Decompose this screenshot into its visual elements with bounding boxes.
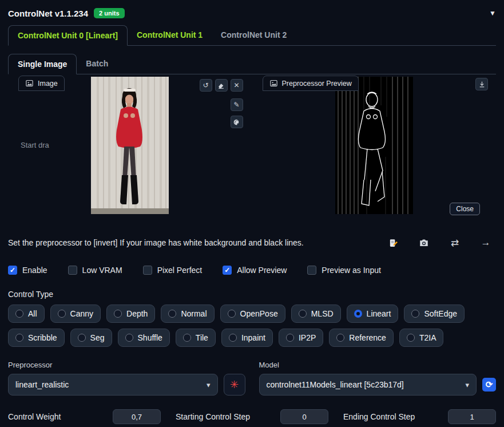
controlnet-header: ControlNet v1.1.234 2 units ▼	[8, 6, 496, 21]
tab-unit-0[interactable]: ControlNet Unit 0 [Lineart]	[8, 25, 128, 46]
options-row: Enable Low VRAM Pixel Perfect Allow Prev…	[8, 266, 496, 275]
radio-softedge[interactable]: SoftEdge	[404, 305, 465, 323]
radio-mlsd[interactable]: MLSD	[291, 305, 341, 323]
pencil-icon: ✎	[233, 101, 239, 109]
pixel-perfect-checkbox[interactable]: Pixel Perfect	[143, 266, 203, 275]
radio-label: SoftEdge	[424, 309, 457, 318]
download-preview-button[interactable]	[475, 78, 488, 90]
control-type-label: Control Type	[8, 290, 496, 299]
tab-batch[interactable]: Batch	[77, 54, 117, 74]
preprocessor-dropdown[interactable]: lineart_realistic ▾	[8, 374, 218, 396]
radio-label: IP2P	[299, 333, 316, 342]
color-sketch-button[interactable]	[231, 116, 243, 128]
ending-step-label: Ending Control Step	[343, 412, 415, 421]
radio-label: Tile	[196, 333, 208, 342]
run-preprocessor-button[interactable]: ✳	[224, 374, 245, 396]
radio-dot	[114, 310, 122, 318]
refresh-icon: ⟳	[486, 379, 493, 390]
starting-step-input[interactable]: 0	[280, 409, 328, 424]
preview-as-input-checkbox-box	[307, 266, 316, 275]
radio-reference[interactable]: Reference	[329, 329, 394, 347]
control-type-options: All Canny Depth Normal OpenPose MLSD Lin…	[8, 305, 496, 347]
radio-t2ia[interactable]: T2IA	[399, 329, 444, 347]
radio-lineart[interactable]: Lineart	[347, 305, 399, 323]
model-dropdown[interactable]: controlnet11Models_lineart [5c23b17d] ▾	[259, 374, 477, 396]
radio-seg[interactable]: Seg	[70, 329, 112, 347]
low-vram-checkbox[interactable]: Low VRAM	[68, 266, 122, 275]
start-drawing-hint: Start dra	[21, 141, 49, 149]
radio-normal[interactable]: Normal	[161, 305, 214, 323]
preprocessor-value: lineart_realistic	[15, 380, 69, 389]
image-toolbar: ↺ ✕	[200, 79, 243, 92]
send-dimensions-button[interactable]: →	[480, 237, 491, 248]
radio-label: Lineart	[367, 309, 391, 318]
preview-as-input-checkbox[interactable]: Preview as Input	[307, 266, 381, 275]
eraser-button[interactable]	[215, 79, 228, 92]
tab-unit-2[interactable]: ControlNet Unit 2	[212, 25, 296, 45]
radio-dot	[15, 310, 23, 318]
model-row: Preprocessor lineart_realistic ▾ ✳ Model…	[8, 361, 496, 396]
ending-step-input[interactable]: 1	[448, 409, 496, 424]
radio-label: Depth	[126, 309, 148, 318]
radio-dot	[336, 334, 344, 342]
undo-button[interactable]: ↺	[200, 79, 212, 92]
starting-step-label: Starting Control Step	[176, 412, 250, 421]
radio-label: Canny	[70, 309, 93, 318]
swap-icon: ⇄	[451, 237, 459, 249]
preview-pane-label-text: Preprocessor Preview	[282, 80, 352, 88]
swap-button[interactable]: ⇄	[449, 237, 461, 248]
clear-image-button[interactable]: ✕	[231, 79, 243, 92]
radio-canny[interactable]: Canny	[50, 305, 101, 323]
radio-tile[interactable]: Tile	[176, 329, 216, 347]
radio-shuffle[interactable]: Shuffle	[118, 329, 170, 347]
radio-dot	[354, 310, 362, 318]
edit-note-icon	[388, 238, 398, 248]
radio-dot	[168, 310, 176, 318]
model-col: Model controlnet11Models_lineart [5c23b1…	[259, 361, 497, 396]
radio-label: Seg	[90, 333, 105, 342]
ending-step-group: Ending Control Step 1	[343, 409, 496, 427]
webcam-button[interactable]	[418, 237, 430, 248]
preview-pane-label: Preprocessor Preview	[263, 76, 359, 91]
radio-depth[interactable]: Depth	[106, 305, 155, 323]
undo-icon: ↺	[203, 81, 208, 89]
radio-all[interactable]: All	[8, 305, 45, 323]
preprocessor-preview-pane: Preprocessor Preview	[252, 74, 497, 224]
edit-note-button[interactable]	[387, 237, 399, 248]
radio-dot	[299, 310, 307, 318]
low-vram-label: Low VRAM	[82, 266, 122, 275]
collapse-icon[interactable]: ▼	[489, 9, 496, 17]
tab-unit-1[interactable]: ControlNet Unit 1	[128, 25, 212, 45]
close-preview-button[interactable]: Close	[450, 203, 480, 215]
radio-inpaint[interactable]: Inpaint	[221, 329, 273, 347]
allow-preview-checkbox[interactable]: Allow Preview	[223, 266, 287, 275]
tab-single-image[interactable]: Single Image	[8, 54, 77, 74]
pixel-perfect-checkbox-box	[143, 266, 152, 275]
radio-label: All	[28, 309, 37, 318]
unit-tabbar: ControlNet Unit 0 [Lineart] ControlNet U…	[8, 25, 496, 46]
radio-label: OpenPose	[240, 309, 278, 318]
control-weight-label: Control Weight	[8, 412, 61, 421]
model-value: controlnet11Models_lineart [5c23b17d]	[267, 380, 404, 389]
radio-label: Reference	[349, 333, 386, 342]
radio-label: Shuffle	[138, 333, 162, 342]
note-row: Set the preprocessor to [invert] If your…	[8, 237, 496, 248]
radio-ip2p[interactable]: IP2P	[279, 329, 323, 347]
control-weight-input[interactable]: 0,7	[113, 409, 161, 424]
refresh-models-button[interactable]: ⟳	[482, 378, 496, 392]
camera-icon	[419, 238, 429, 248]
extension-title: ControlNet v1.1.234	[8, 9, 88, 18]
download-icon	[478, 81, 486, 88]
radio-dot	[228, 310, 236, 318]
radio-openpose[interactable]: OpenPose	[220, 305, 285, 323]
enable-checkbox[interactable]: Enable	[8, 266, 47, 275]
radio-label: MLSD	[311, 309, 334, 318]
input-image-pane[interactable]: Image ↺ ✕ ✎	[8, 74, 252, 224]
radio-scribble[interactable]: Scribble	[8, 329, 65, 347]
sketch-button[interactable]: ✎	[231, 98, 243, 111]
image-pane-label-text: Image	[38, 80, 58, 88]
image-row: Image ↺ ✕ ✎	[8, 74, 496, 224]
input-image[interactable]	[91, 77, 169, 214]
radio-dot	[286, 334, 294, 342]
enable-label: Enable	[22, 266, 47, 275]
